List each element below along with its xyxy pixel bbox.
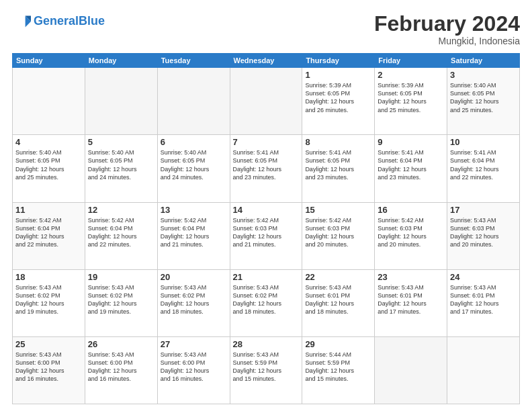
calendar-cell (375, 336, 447, 404)
day-info: Sunrise: 5:43 AM Sunset: 6:00 PM Dayligh… (15, 351, 82, 383)
day-number: 11 (15, 205, 82, 215)
calendar-cell: 5Sunrise: 5:40 AM Sunset: 6:05 PM Daylig… (85, 135, 157, 202)
col-header-tuesday: Tuesday (157, 54, 230, 68)
col-header-sunday: Sunday (13, 54, 85, 68)
day-number: 2 (378, 70, 444, 80)
week-row-0: 1Sunrise: 5:39 AM Sunset: 6:05 PM Daylig… (13, 68, 520, 135)
calendar-cell: 7Sunrise: 5:41 AM Sunset: 6:05 PM Daylig… (230, 135, 302, 202)
calendar-cell: 25Sunrise: 5:43 AM Sunset: 6:00 PM Dayli… (13, 336, 85, 404)
day-number: 9 (378, 137, 444, 147)
logo-icon (12, 12, 31, 31)
calendar-cell (13, 68, 85, 135)
calendar-cell: 17Sunrise: 5:43 AM Sunset: 6:03 PM Dayli… (447, 202, 520, 269)
day-number: 15 (305, 205, 371, 215)
day-info: Sunrise: 5:43 AM Sunset: 6:02 PM Dayligh… (233, 283, 300, 316)
calendar-cell: 9Sunrise: 5:41 AM Sunset: 6:04 PM Daylig… (375, 135, 447, 202)
calendar-cell: 4Sunrise: 5:40 AM Sunset: 6:05 PM Daylig… (13, 135, 85, 202)
calendar-cell: 2Sunrise: 5:39 AM Sunset: 6:05 PM Daylig… (375, 68, 447, 135)
day-number: 19 (88, 272, 154, 282)
day-info: Sunrise: 5:43 AM Sunset: 6:02 PM Dayligh… (15, 283, 82, 316)
calendar-cell: 20Sunrise: 5:43 AM Sunset: 6:02 PM Dayli… (157, 269, 230, 336)
day-info: Sunrise: 5:42 AM Sunset: 6:03 PM Dayligh… (378, 216, 444, 249)
col-header-saturday: Saturday (447, 54, 520, 68)
day-number: 21 (233, 272, 300, 282)
calendar-cell: 1Sunrise: 5:39 AM Sunset: 6:05 PM Daylig… (302, 68, 375, 135)
calendar-cell: 27Sunrise: 5:43 AM Sunset: 6:00 PM Dayli… (157, 336, 230, 404)
day-number: 7 (233, 137, 300, 147)
day-info: Sunrise: 5:41 AM Sunset: 6:04 PM Dayligh… (450, 148, 517, 181)
day-info: Sunrise: 5:43 AM Sunset: 6:00 PM Dayligh… (88, 351, 154, 383)
col-header-thursday: Thursday (302, 54, 375, 68)
calendar-cell (157, 68, 230, 135)
calendar-cell: 26Sunrise: 5:43 AM Sunset: 6:00 PM Dayli… (85, 336, 157, 404)
calendar-cell: 18Sunrise: 5:43 AM Sunset: 6:02 PM Dayli… (13, 269, 85, 336)
day-number: 5 (88, 137, 154, 147)
calendar-cell (447, 336, 520, 404)
day-number: 4 (15, 137, 82, 147)
calendar-cell: 22Sunrise: 5:43 AM Sunset: 6:01 PM Dayli… (302, 269, 375, 336)
day-info: Sunrise: 5:43 AM Sunset: 6:01 PM Dayligh… (378, 283, 444, 316)
calendar-cell: 23Sunrise: 5:43 AM Sunset: 6:01 PM Dayli… (375, 269, 447, 336)
week-row-4: 25Sunrise: 5:43 AM Sunset: 6:00 PM Dayli… (13, 336, 520, 404)
day-info: Sunrise: 5:42 AM Sunset: 6:04 PM Dayligh… (15, 216, 82, 249)
calendar-cell: 6Sunrise: 5:40 AM Sunset: 6:05 PM Daylig… (157, 135, 230, 202)
day-number: 20 (161, 272, 227, 282)
day-number: 18 (15, 272, 82, 282)
day-info: Sunrise: 5:42 AM Sunset: 6:04 PM Dayligh… (161, 216, 227, 249)
logo-general: General (34, 14, 79, 28)
page: GeneralBlue February 2024 Mungkid, Indon… (0, 0, 532, 411)
month-title: February 2024 (374, 12, 520, 36)
col-header-wednesday: Wednesday (230, 54, 302, 68)
day-number: 29 (305, 339, 371, 349)
day-number: 17 (450, 205, 517, 215)
day-number: 12 (88, 205, 154, 215)
day-info: Sunrise: 5:40 AM Sunset: 6:05 PM Dayligh… (161, 148, 227, 181)
day-info: Sunrise: 5:41 AM Sunset: 6:04 PM Dayligh… (378, 148, 444, 181)
day-info: Sunrise: 5:40 AM Sunset: 6:05 PM Dayligh… (450, 81, 517, 114)
day-number: 1 (305, 70, 371, 80)
calendar-cell (230, 68, 302, 135)
calendar-cell: 28Sunrise: 5:43 AM Sunset: 5:59 PM Dayli… (230, 336, 302, 404)
calendar-cell (85, 68, 157, 135)
day-info: Sunrise: 5:44 AM Sunset: 5:59 PM Dayligh… (305, 351, 371, 383)
day-info: Sunrise: 5:40 AM Sunset: 6:05 PM Dayligh… (15, 148, 82, 181)
location: Mungkid, Indonesia (374, 36, 520, 46)
col-header-friday: Friday (375, 54, 447, 68)
day-info: Sunrise: 5:43 AM Sunset: 5:59 PM Dayligh… (233, 351, 300, 383)
day-number: 28 (233, 339, 300, 349)
calendar-cell: 15Sunrise: 5:42 AM Sunset: 6:03 PM Dayli… (302, 202, 375, 269)
calendar-cell: 13Sunrise: 5:42 AM Sunset: 6:04 PM Dayli… (157, 202, 230, 269)
day-number: 22 (305, 272, 371, 282)
calendar-cell: 10Sunrise: 5:41 AM Sunset: 6:04 PM Dayli… (447, 135, 520, 202)
day-info: Sunrise: 5:42 AM Sunset: 6:04 PM Dayligh… (88, 216, 154, 249)
day-info: Sunrise: 5:43 AM Sunset: 6:01 PM Dayligh… (305, 283, 371, 316)
day-info: Sunrise: 5:43 AM Sunset: 6:03 PM Dayligh… (450, 216, 517, 249)
calendar-cell: 29Sunrise: 5:44 AM Sunset: 5:59 PM Dayli… (302, 336, 375, 404)
calendar-cell: 16Sunrise: 5:42 AM Sunset: 6:03 PM Dayli… (375, 202, 447, 269)
day-number: 10 (450, 137, 517, 147)
day-info: Sunrise: 5:41 AM Sunset: 6:05 PM Dayligh… (233, 148, 300, 181)
calendar-cell: 11Sunrise: 5:42 AM Sunset: 6:04 PM Dayli… (13, 202, 85, 269)
week-row-1: 4Sunrise: 5:40 AM Sunset: 6:05 PM Daylig… (13, 135, 520, 202)
week-row-2: 11Sunrise: 5:42 AM Sunset: 6:04 PM Dayli… (13, 202, 520, 269)
logo: GeneralBlue (12, 12, 105, 31)
day-number: 26 (88, 339, 154, 349)
day-number: 27 (161, 339, 227, 349)
day-info: Sunrise: 5:41 AM Sunset: 6:05 PM Dayligh… (305, 148, 371, 181)
day-info: Sunrise: 5:43 AM Sunset: 6:00 PM Dayligh… (161, 351, 227, 383)
calendar: SundayMondayTuesdayWednesdayThursdayFrid… (12, 53, 520, 404)
day-number: 25 (15, 339, 82, 349)
calendar-cell: 14Sunrise: 5:42 AM Sunset: 6:03 PM Dayli… (230, 202, 302, 269)
calendar-cell: 8Sunrise: 5:41 AM Sunset: 6:05 PM Daylig… (302, 135, 375, 202)
calendar-cell: 21Sunrise: 5:43 AM Sunset: 6:02 PM Dayli… (230, 269, 302, 336)
day-number: 3 (450, 70, 517, 80)
day-info: Sunrise: 5:39 AM Sunset: 6:05 PM Dayligh… (305, 81, 371, 114)
day-info: Sunrise: 5:42 AM Sunset: 6:03 PM Dayligh… (305, 216, 371, 249)
day-number: 14 (233, 205, 300, 215)
logo-text: GeneralBlue (34, 15, 105, 28)
day-info: Sunrise: 5:39 AM Sunset: 6:05 PM Dayligh… (378, 81, 444, 114)
logo-blue: Blue (79, 14, 105, 28)
title-block: February 2024 Mungkid, Indonesia (374, 12, 520, 46)
day-info: Sunrise: 5:43 AM Sunset: 6:01 PM Dayligh… (450, 283, 517, 316)
day-info: Sunrise: 5:40 AM Sunset: 6:05 PM Dayligh… (88, 148, 154, 181)
